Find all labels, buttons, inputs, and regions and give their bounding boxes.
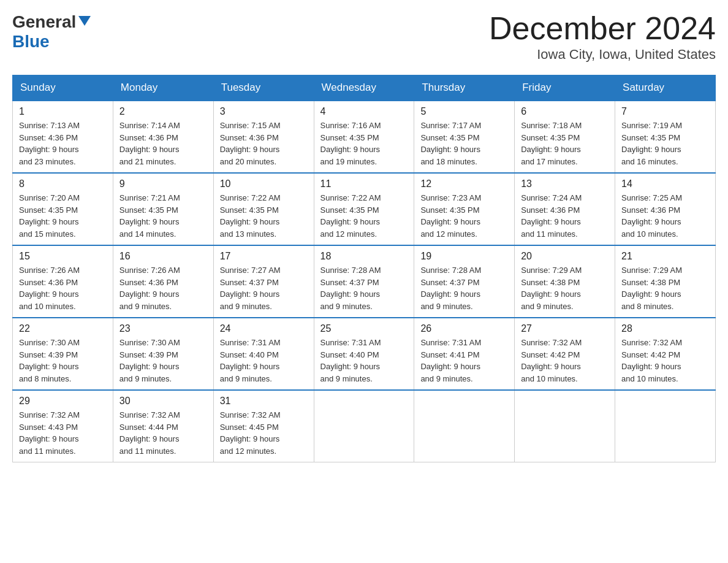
week-row-5: 29 Sunrise: 7:32 AMSunset: 4:43 PMDaylig… xyxy=(13,390,716,462)
calendar-cell: 18 Sunrise: 7:28 AMSunset: 4:37 PMDaylig… xyxy=(314,245,414,318)
day-number: 6 xyxy=(521,106,609,117)
week-row-1: 1 Sunrise: 7:13 AMSunset: 4:36 PMDayligh… xyxy=(13,101,716,173)
month-title: December 2024 xyxy=(489,12,716,44)
day-info: Sunrise: 7:27 AMSunset: 4:37 PMDaylight:… xyxy=(220,264,308,312)
day-info: Sunrise: 7:26 AMSunset: 4:36 PMDaylight:… xyxy=(19,264,107,312)
day-number: 8 xyxy=(19,178,107,190)
title-block: December 2024 Iowa City, Iowa, United St… xyxy=(489,12,716,63)
day-number: 1 xyxy=(19,106,107,117)
day-info: Sunrise: 7:19 AMSunset: 4:35 PMDaylight:… xyxy=(621,120,709,167)
day-number: 23 xyxy=(119,323,207,334)
day-number: 14 xyxy=(621,178,709,190)
day-info: Sunrise: 7:18 AMSunset: 4:35 PMDaylight:… xyxy=(521,120,609,167)
location: Iowa City, Iowa, United States xyxy=(489,47,716,63)
calendar-cell: 3 Sunrise: 7:15 AMSunset: 4:36 PMDayligh… xyxy=(213,101,314,173)
logo: General Blue xyxy=(12,12,91,52)
day-info: Sunrise: 7:20 AMSunset: 4:35 PMDaylight:… xyxy=(19,192,107,240)
day-info: Sunrise: 7:14 AMSunset: 4:36 PMDaylight:… xyxy=(119,120,207,167)
day-number: 13 xyxy=(521,178,609,190)
calendar-cell: 23 Sunrise: 7:30 AMSunset: 4:39 PMDaylig… xyxy=(113,318,213,390)
day-number: 17 xyxy=(220,251,308,262)
calendar-cell: 19 Sunrise: 7:28 AMSunset: 4:37 PMDaylig… xyxy=(414,245,515,318)
day-info: Sunrise: 7:16 AMSunset: 4:35 PMDaylight:… xyxy=(320,120,408,167)
day-info: Sunrise: 7:25 AMSunset: 4:36 PMDaylight:… xyxy=(621,192,709,240)
day-info: Sunrise: 7:26 AMSunset: 4:36 PMDaylight:… xyxy=(119,264,207,312)
calendar-cell: 1 Sunrise: 7:13 AMSunset: 4:36 PMDayligh… xyxy=(13,101,113,173)
calendar-cell: 30 Sunrise: 7:32 AMSunset: 4:44 PMDaylig… xyxy=(113,390,213,462)
calendar-cell xyxy=(314,390,414,462)
calendar-cell: 15 Sunrise: 7:26 AMSunset: 4:36 PMDaylig… xyxy=(13,245,113,318)
day-number: 28 xyxy=(621,323,709,334)
calendar-cell: 2 Sunrise: 7:14 AMSunset: 4:36 PMDayligh… xyxy=(113,101,213,173)
day-number: 12 xyxy=(420,178,508,190)
calendar-cell: 12 Sunrise: 7:23 AMSunset: 4:35 PMDaylig… xyxy=(414,173,515,245)
day-number: 11 xyxy=(320,178,408,190)
calendar-cell: 25 Sunrise: 7:31 AMSunset: 4:40 PMDaylig… xyxy=(314,318,414,390)
header-thursday: Thursday xyxy=(414,75,515,101)
day-info: Sunrise: 7:31 AMSunset: 4:41 PMDaylight:… xyxy=(420,337,508,385)
day-info: Sunrise: 7:29 AMSunset: 4:38 PMDaylight:… xyxy=(621,264,709,312)
day-info: Sunrise: 7:21 AMSunset: 4:35 PMDaylight:… xyxy=(119,192,207,240)
day-number: 24 xyxy=(220,323,308,334)
header-sunday: Sunday xyxy=(13,75,113,101)
day-number: 5 xyxy=(420,106,508,117)
calendar-cell: 6 Sunrise: 7:18 AMSunset: 4:35 PMDayligh… xyxy=(515,101,615,173)
day-number: 18 xyxy=(320,251,408,262)
calendar-cell: 14 Sunrise: 7:25 AMSunset: 4:36 PMDaylig… xyxy=(615,173,716,245)
calendar-cell: 8 Sunrise: 7:20 AMSunset: 4:35 PMDayligh… xyxy=(13,173,113,245)
week-row-3: 15 Sunrise: 7:26 AMSunset: 4:36 PMDaylig… xyxy=(13,245,716,318)
calendar-cell: 9 Sunrise: 7:21 AMSunset: 4:35 PMDayligh… xyxy=(113,173,213,245)
day-info: Sunrise: 7:22 AMSunset: 4:35 PMDaylight:… xyxy=(220,192,308,240)
day-info: Sunrise: 7:28 AMSunset: 4:37 PMDaylight:… xyxy=(420,264,508,312)
calendar-cell: 29 Sunrise: 7:32 AMSunset: 4:43 PMDaylig… xyxy=(13,390,113,462)
day-info: Sunrise: 7:23 AMSunset: 4:35 PMDaylight:… xyxy=(420,192,508,240)
calendar-cell: 7 Sunrise: 7:19 AMSunset: 4:35 PMDayligh… xyxy=(615,101,716,173)
day-number: 16 xyxy=(119,251,207,262)
day-number: 3 xyxy=(220,106,308,117)
calendar-cell: 4 Sunrise: 7:16 AMSunset: 4:35 PMDayligh… xyxy=(314,101,414,173)
calendar-cell: 10 Sunrise: 7:22 AMSunset: 4:35 PMDaylig… xyxy=(213,173,314,245)
day-info: Sunrise: 7:15 AMSunset: 4:36 PMDaylight:… xyxy=(220,120,308,167)
day-number: 10 xyxy=(220,178,308,190)
header-saturday: Saturday xyxy=(615,75,716,101)
day-info: Sunrise: 7:31 AMSunset: 4:40 PMDaylight:… xyxy=(320,337,408,385)
logo-line1: General xyxy=(12,12,91,32)
header-wednesday: Wednesday xyxy=(314,75,414,101)
day-info: Sunrise: 7:17 AMSunset: 4:35 PMDaylight:… xyxy=(420,120,508,167)
day-info: Sunrise: 7:30 AMSunset: 4:39 PMDaylight:… xyxy=(19,337,107,385)
calendar-cell xyxy=(414,390,515,462)
logo-line2: Blue xyxy=(12,32,50,52)
day-number: 19 xyxy=(420,251,508,262)
day-number: 21 xyxy=(621,251,709,262)
calendar-cell: 11 Sunrise: 7:22 AMSunset: 4:35 PMDaylig… xyxy=(314,173,414,245)
calendar-cell xyxy=(615,390,716,462)
day-number: 20 xyxy=(521,251,609,262)
day-number: 7 xyxy=(621,106,709,117)
calendar-cell: 22 Sunrise: 7:30 AMSunset: 4:39 PMDaylig… xyxy=(13,318,113,390)
day-info: Sunrise: 7:32 AMSunset: 4:42 PMDaylight:… xyxy=(521,337,609,385)
day-info: Sunrise: 7:29 AMSunset: 4:38 PMDaylight:… xyxy=(521,264,609,312)
calendar-cell: 31 Sunrise: 7:32 AMSunset: 4:45 PMDaylig… xyxy=(213,390,314,462)
day-info: Sunrise: 7:32 AMSunset: 4:42 PMDaylight:… xyxy=(621,337,709,385)
day-info: Sunrise: 7:30 AMSunset: 4:39 PMDaylight:… xyxy=(119,337,207,385)
day-info: Sunrise: 7:28 AMSunset: 4:37 PMDaylight:… xyxy=(320,264,408,312)
day-info: Sunrise: 7:31 AMSunset: 4:40 PMDaylight:… xyxy=(220,337,308,385)
day-number: 30 xyxy=(119,396,207,407)
day-info: Sunrise: 7:22 AMSunset: 4:35 PMDaylight:… xyxy=(320,192,408,240)
calendar-cell: 28 Sunrise: 7:32 AMSunset: 4:42 PMDaylig… xyxy=(615,318,716,390)
day-number: 15 xyxy=(19,251,107,262)
day-number: 27 xyxy=(521,323,609,334)
calendar-table: SundayMondayTuesdayWednesdayThursdayFrid… xyxy=(12,75,716,462)
day-info: Sunrise: 7:32 AMSunset: 4:43 PMDaylight:… xyxy=(19,409,107,457)
page-header: General Blue December 2024 Iowa City, Io… xyxy=(12,12,716,63)
day-number: 31 xyxy=(220,396,308,407)
calendar-cell xyxy=(515,390,615,462)
day-info: Sunrise: 7:32 AMSunset: 4:45 PMDaylight:… xyxy=(220,409,308,457)
day-info: Sunrise: 7:24 AMSunset: 4:36 PMDaylight:… xyxy=(521,192,609,240)
day-number: 22 xyxy=(19,323,107,334)
calendar-cell: 16 Sunrise: 7:26 AMSunset: 4:36 PMDaylig… xyxy=(113,245,213,318)
day-number: 4 xyxy=(320,106,408,117)
day-info: Sunrise: 7:13 AMSunset: 4:36 PMDaylight:… xyxy=(19,120,107,167)
week-row-4: 22 Sunrise: 7:30 AMSunset: 4:39 PMDaylig… xyxy=(13,318,716,390)
calendar-cell: 17 Sunrise: 7:27 AMSunset: 4:37 PMDaylig… xyxy=(213,245,314,318)
